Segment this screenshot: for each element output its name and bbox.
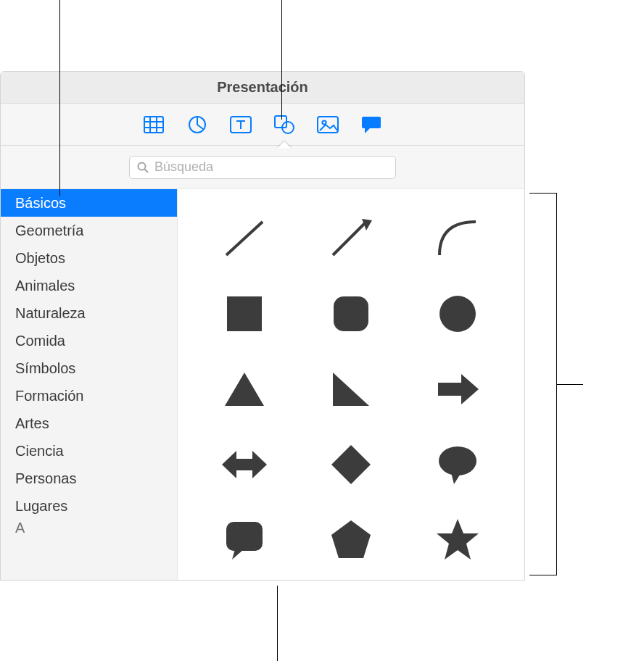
svg-marker-29 xyxy=(437,519,479,560)
svg-rect-0 xyxy=(144,117,163,133)
svg-line-14 xyxy=(333,223,365,255)
shape-button[interactable] xyxy=(273,110,295,139)
sidebar-item-label: Básicos xyxy=(15,195,66,212)
svg-marker-25 xyxy=(451,473,461,484)
table-button[interactable] xyxy=(143,110,165,139)
search-icon xyxy=(137,162,149,173)
comment-button[interactable] xyxy=(360,110,382,139)
svg-marker-20 xyxy=(333,373,369,406)
sidebar-item-label: Lugares xyxy=(15,498,67,515)
window-title: Presentación xyxy=(217,79,308,96)
category-sidebar: BásicosGeometríaObjetosAnimalesNaturalez… xyxy=(1,189,178,580)
shape-curve[interactable] xyxy=(409,202,507,275)
svg-marker-27 xyxy=(232,549,244,560)
sidebar-item-label: Animales xyxy=(15,278,75,294)
sidebar-item-comida[interactable]: Comida xyxy=(1,327,177,354)
shape-line[interactable] xyxy=(195,202,293,275)
shapes-grid xyxy=(178,189,524,580)
svg-rect-26 xyxy=(226,522,263,551)
sidebar-item-artes[interactable]: Artes xyxy=(1,410,177,437)
sidebar-item-animales[interactable]: Animales xyxy=(1,272,177,299)
text-button[interactable] xyxy=(230,110,252,139)
sidebar-item-lugares[interactable]: Lugares xyxy=(1,492,177,520)
sidebar-item-label: A xyxy=(15,520,25,536)
sidebar-item-geometría[interactable]: Geometría xyxy=(1,217,177,244)
svg-point-24 xyxy=(439,446,476,475)
shape-star[interactable] xyxy=(409,504,507,576)
sidebar-item-label: Artes xyxy=(15,415,49,432)
shape-diamond[interactable] xyxy=(302,428,400,501)
sidebar-item-básicos[interactable]: Básicos xyxy=(1,189,177,217)
shapes-popover-window: Presentación xyxy=(0,71,525,581)
svg-line-12 xyxy=(145,169,149,172)
shape-pentagon[interactable] xyxy=(302,504,400,576)
sidebar-item-label: Comida xyxy=(15,333,65,349)
svg-marker-23 xyxy=(331,445,371,484)
sidebar-item-label: Objetos xyxy=(15,250,65,267)
svg-marker-28 xyxy=(331,520,371,558)
sidebar-item-label: Ciencia xyxy=(15,443,64,460)
svg-marker-21 xyxy=(438,374,479,404)
sidebar-item-objetos[interactable]: Objetos xyxy=(1,244,177,272)
shape-arrow-line[interactable] xyxy=(302,202,400,275)
shapes-popover: BásicosGeometríaObjetosAnimalesNaturalez… xyxy=(1,146,524,580)
svg-rect-7 xyxy=(275,116,286,128)
toolbar xyxy=(1,104,524,146)
search-box[interactable] xyxy=(129,156,396,179)
sidebar-item-formación[interactable]: Formación xyxy=(1,382,177,410)
shape-speech-bubble-oval[interactable] xyxy=(409,428,507,501)
chart-button[interactable] xyxy=(186,110,208,139)
svg-rect-17 xyxy=(334,296,368,331)
svg-marker-19 xyxy=(225,373,264,406)
callout-bracket xyxy=(529,193,557,575)
svg-point-18 xyxy=(439,296,476,332)
sidebar-item-label: Formación xyxy=(15,388,83,404)
svg-rect-16 xyxy=(227,296,262,331)
sidebar-item-actividades[interactable]: A xyxy=(1,520,177,541)
shape-rounded-square[interactable] xyxy=(302,278,400,350)
sidebar-item-label: Geometría xyxy=(15,223,83,239)
sidebar-item-ciencia[interactable]: Ciencia xyxy=(1,437,177,465)
sidebar-item-label: Naturaleza xyxy=(15,305,86,322)
shape-circle[interactable] xyxy=(409,278,507,350)
search-input[interactable] xyxy=(154,159,388,175)
shape-double-arrow-horizontal[interactable] xyxy=(195,428,293,501)
media-button[interactable] xyxy=(317,110,339,139)
shape-square[interactable] xyxy=(195,278,293,350)
shape-speech-bubble-square[interactable] xyxy=(195,504,293,576)
svg-marker-22 xyxy=(222,451,267,478)
sidebar-item-símbolos[interactable]: Símbolos xyxy=(1,354,177,382)
window-titlebar: Presentación xyxy=(1,72,524,104)
sidebar-item-personas[interactable]: Personas xyxy=(1,465,177,492)
shape-right-triangle[interactable] xyxy=(302,353,400,425)
sidebar-item-naturaleza[interactable]: Naturaleza xyxy=(1,299,177,327)
svg-point-11 xyxy=(139,162,146,170)
sidebar-item-label: Símbolos xyxy=(15,360,75,377)
shape-triangle[interactable] xyxy=(195,353,293,425)
svg-line-13 xyxy=(226,222,263,255)
shape-arrow-right[interactable] xyxy=(409,353,507,425)
sidebar-item-label: Personas xyxy=(15,470,77,487)
